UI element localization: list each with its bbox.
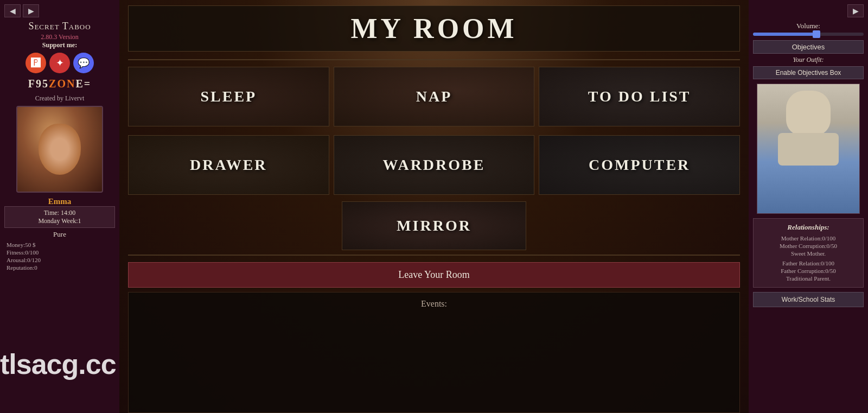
computer-label: COMPUTER [589,156,690,174]
objectives-button[interactable]: Objectives [753,40,864,54]
mirror-label: MIRROR [397,217,471,234]
work-school-stats-button[interactable]: Work/School Stats [753,292,864,307]
discord-icon[interactable]: 💬 [73,53,94,73]
relationships-title: Relationships: [758,223,859,232]
nav-back-button[interactable]: ◀ [4,4,21,17]
content-wrapper: MY ROOM SLEEP NAP TO DO LIST DRAWER [119,0,749,413]
stat-arousal: Arousal:0/120 [4,256,115,264]
volume-thumb[interactable] [813,30,820,38]
volume-slider[interactable] [753,33,864,36]
rel-father-relation: Father Relation:0/100 [758,260,859,266]
outfit-figure [757,84,859,213]
portrait-image [17,107,102,192]
character-portrait [16,106,103,193]
sidebar-left: ◀ ▶ Secret Taboo 2.80.3 Version Support … [0,0,119,413]
watermark: tlsacg.cc [0,348,116,380]
patreon-icon[interactable]: 🅿 [25,53,46,73]
rel-mother-corruption: Mother Corruption:0/50 [758,243,859,249]
leave-room-button[interactable]: Leave Your Room [128,262,740,288]
social-icons: 🅿 ✦ 💬 [25,53,94,73]
support-label: Support me: [42,41,77,49]
nav-right-button[interactable]: ▶ [847,4,864,17]
version-label: 2.80.3 Version [41,33,78,41]
actions-grid-row1: SLEEP NAP TO DO LIST [128,67,740,126]
char-week: Monday Week:1 [9,217,110,225]
todo-button[interactable]: TO DO LIST [539,67,740,126]
f95-text: F95 [28,78,49,90]
drawer-button[interactable]: DRAWER [128,135,329,195]
sleep-label: SLEEP [200,88,257,105]
stat-money: Money:50 $ [4,241,115,249]
stat-reputation: Reputation:0 [4,264,115,271]
char-time: Time: 14:00 [9,209,110,217]
rel-mother-type: Sweet Mother. [758,250,859,257]
sidebar-right: ▶ Volume: Objectives Your Outfit: Enable… [749,0,868,413]
room-header: MY ROOM [128,5,740,52]
wardrobe-button[interactable]: WARDROBE [334,135,535,195]
nap-button[interactable]: NAP [334,67,535,126]
divider-bottom [128,255,740,256]
actions-grid-row2: DRAWER WARDROBE COMPUTER [128,135,740,195]
rel-father-type: Traditional Parent. [758,275,859,282]
game-title: Secret Taboo [28,21,91,32]
f95-zone-text: ZON [49,78,75,90]
relationships-box: Relationships: Mother Relation:0/100 Mot… [753,218,864,288]
mirror-row: MIRROR [128,201,740,250]
rel-father-corruption: Father Corruption:0/50 [758,268,859,274]
mirror-button[interactable]: MIRROR [342,201,526,250]
nav-buttons: ◀ ▶ [4,4,39,17]
outfit-label: Your Outfit: [793,56,824,64]
volume-label: Volume: [753,22,864,30]
enable-objectives-button[interactable]: Enable Objectives Box [753,66,864,79]
volume-fill [753,33,814,36]
nav-forward-button[interactable]: ▶ [23,4,39,17]
character-name: Emma [48,197,72,206]
sleep-button[interactable]: SLEEP [128,67,329,126]
stats-list: Money:50 $ Fitness:0/100 Arousal:0/120 R… [4,241,115,271]
outfit-preview [757,84,860,214]
todo-label: TO DO LIST [588,88,691,105]
wardrobe-label: WARDROBE [383,156,486,174]
events-area: Events: [128,292,740,413]
creator-label: Created by Livervt [35,94,85,103]
subscribestar-icon[interactable]: ✦ [49,53,70,73]
computer-button[interactable]: COMPUTER [539,135,740,195]
volume-section: Volume: [753,22,864,36]
char-status: Pure [53,230,66,239]
f95-equals: E= [75,78,91,90]
nap-label: NAP [416,88,452,105]
stat-fitness: Fitness:0/100 [4,249,115,256]
drawer-label: DRAWER [190,156,267,174]
divider-top [128,59,740,60]
char-stats-box: Time: 14:00 Monday Week:1 [4,206,115,228]
main-area: MY ROOM SLEEP NAP TO DO LIST DRAWER [119,0,749,413]
room-title: MY ROOM [129,12,739,45]
f95-badge: F95 ZON E= [28,78,91,90]
rel-mother-relation: Mother Relation:0/100 [758,235,859,242]
